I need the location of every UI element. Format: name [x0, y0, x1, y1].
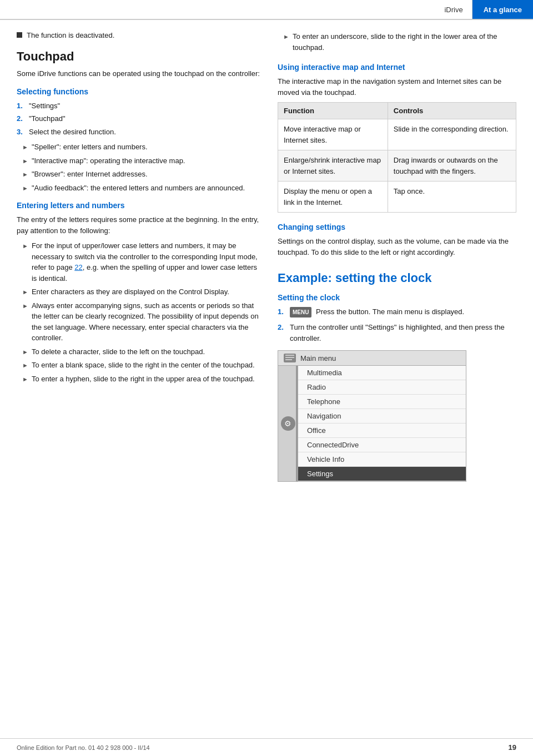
- arrow-item: ► To delete a character, slide to the le…: [17, 346, 261, 357]
- arrow-text: To enter a blank space, slide to the rig…: [32, 360, 261, 371]
- step-number: 1.: [278, 306, 286, 317]
- table-cell: Tap once.: [388, 182, 516, 213]
- bracket: [296, 366, 298, 481]
- list-item: 2. "Touchpad": [17, 113, 261, 124]
- menu-item-telephone: Telephone: [298, 395, 466, 409]
- page-number: 19: [509, 743, 516, 752]
- main-content: The function is deactivated. Touchpad So…: [0, 20, 533, 504]
- selecting-functions-title: Selecting functions: [17, 87, 261, 96]
- right-arrow-item: ► To enter an underscore, slide to the r…: [278, 31, 516, 53]
- list-item: 3. Select the desired function.: [17, 127, 261, 138]
- table-row: Display the menu or open a link in the I…: [278, 182, 516, 213]
- touchpad-intro: Some iDrive functions can be operated us…: [17, 68, 261, 79]
- footer-edition-text: Online Edition for Part no. 01 40 2 928 …: [17, 744, 150, 751]
- arrow-item: ► To enter a blank space, slide to the r…: [17, 360, 261, 371]
- step-content: MENU Press the button. The main menu is …: [290, 306, 516, 317]
- steps-list: 1. "Settings" 2. "Touchpad" 3. Select th…: [17, 100, 261, 138]
- deactivated-text: The function is deactivated.: [27, 31, 114, 39]
- gear-icon: ⚙: [281, 416, 295, 431]
- table-header-controls: Controls: [388, 103, 516, 119]
- arrow-item: ► "Interactive map": operating the inter…: [17, 155, 261, 167]
- step-num: 2.: [17, 113, 26, 124]
- arrow-item: ► "Browser": enter Internet addresses.: [17, 169, 261, 180]
- menu-body: ⚙ Multimedia Radio Telephone Navigation …: [278, 366, 466, 481]
- table-row: Enlarge/shrink interactive map or Intern…: [278, 150, 516, 182]
- arrow-item: ► For the input of upper/lower case lett…: [17, 240, 261, 284]
- arrow-icon: ►: [22, 184, 28, 193]
- arrow-item: ► "Speller": enter letters and numbers.: [17, 142, 261, 153]
- menu-icon: [284, 354, 296, 362]
- arrow-icon: ►: [283, 32, 289, 42]
- list-item: 1. "Settings": [17, 100, 261, 112]
- entering-letters-intro: The entry of the letters requires some p…: [17, 214, 261, 236]
- arrow-text: For the input of upper/lower case letter…: [32, 240, 261, 284]
- arrow-icon: ►: [22, 241, 28, 251]
- step-text: "Touchpad": [29, 113, 66, 124]
- menu-item-vehicleinfo: Vehicle Info: [298, 452, 466, 467]
- right-column: ► To enter an underscore, slide to the r…: [278, 31, 516, 482]
- changing-settings-text: Settings on the control display, such as…: [278, 236, 516, 258]
- arrow-icon: ►: [22, 347, 28, 357]
- menu-title: Main menu: [300, 354, 336, 362]
- svg-rect-2: [285, 359, 292, 360]
- clock-step-2: 2. Turn the controller until "Settings" …: [278, 322, 516, 344]
- table-header-function: Function: [278, 103, 388, 119]
- gear-sidebar: ⚙: [278, 366, 298, 481]
- page-footer: Online Edition for Part no. 01 40 2 928 …: [0, 738, 533, 756]
- deactivated-line: The function is deactivated.: [17, 31, 261, 39]
- arrow-text: To enter a hyphen, slide to the right in…: [32, 374, 261, 385]
- interactive-map-table: Function Controls Move interactive map o…: [278, 102, 516, 213]
- table-cell: Enlarge/shrink interactive map or Intern…: [278, 150, 388, 182]
- svg-rect-1: [285, 357, 294, 358]
- arrow-text: "Interactive map": operating the interac…: [32, 155, 261, 167]
- arrow-item: ► Enter characters as they are displayed…: [17, 286, 261, 298]
- arrow-icon: ►: [22, 143, 28, 152]
- menu-header-bar: Main menu: [278, 351, 466, 366]
- arrow-icon: ►: [22, 301, 28, 311]
- left-column: The function is deactivated. Touchpad So…: [17, 31, 261, 482]
- entering-letters-title: Entering letters and numbers: [17, 201, 261, 210]
- table-cell: Drag inwards or outwards on the touchpad…: [388, 150, 516, 182]
- arrow-text: "Audio feedback": the entered letters an…: [32, 183, 261, 194]
- arrow-text: To delete a character, slide to the left…: [32, 346, 261, 357]
- menu-item-settings: Settings: [298, 467, 466, 481]
- step-content: Turn the controller until "Settings" is …: [290, 322, 516, 344]
- arrow-text: Enter characters as they are displayed o…: [32, 286, 261, 298]
- menu-badge: MENU: [290, 307, 311, 317]
- arrow-text: "Browser": enter Internet addresses.: [32, 169, 261, 180]
- svg-rect-0: [285, 355, 294, 356]
- header-ataglance-label: At a glance: [472, 0, 533, 19]
- arrow-icon: ►: [22, 375, 28, 384]
- example-title: Example: setting the clock: [278, 271, 516, 285]
- bullet-square-icon: [17, 32, 22, 38]
- menu-items-container: Multimedia Radio Telephone Navigation Of…: [298, 366, 466, 481]
- arrow-icon: ►: [22, 288, 28, 297]
- step-num: 3.: [17, 127, 26, 138]
- step-text: "Settings": [29, 100, 60, 112]
- arrow-text: To enter an underscore, slide to the rig…: [293, 31, 516, 53]
- changing-settings-title: Changing settings: [278, 223, 516, 231]
- sub-bullets-container: ► "Speller": enter letters and numbers. …: [17, 142, 261, 193]
- header-idrive-label: iDrive: [435, 0, 472, 19]
- arrow-item: ► Always enter accompanying signs, such …: [17, 300, 261, 344]
- arrow-item: ► "Audio feedback": the entered letters …: [17, 183, 261, 194]
- arrow-item: ► To enter a hyphen, slide to the right …: [17, 374, 261, 385]
- step-text: Select the desired function.: [29, 127, 116, 138]
- arrow-icon: ►: [22, 170, 28, 179]
- setting-clock-title: Setting the clock: [278, 293, 516, 302]
- entering-bullets-container: ► For the input of upper/lower case lett…: [17, 240, 261, 384]
- menu-item-multimedia: Multimedia: [298, 366, 466, 380]
- clock-step-1: 1. MENU Press the button. The main menu …: [278, 306, 516, 317]
- table-cell: Move interactive map or Internet sites.: [278, 119, 388, 150]
- using-interactive-title: Using interactive map and Internet: [278, 63, 516, 72]
- touchpad-title: Touchpad: [17, 49, 261, 64]
- menu-item-office: Office: [298, 424, 466, 438]
- menu-screenshot: Main menu ⚙ Multimedia Radio Telephone N…: [278, 350, 466, 482]
- arrow-icon: ►: [22, 157, 28, 166]
- step-num: 1.: [17, 100, 26, 112]
- arrow-icon: ►: [22, 361, 28, 370]
- menu-item-connecteddrive: ConnectedDrive: [298, 438, 466, 452]
- table-cell: Display the menu or open a link in the I…: [278, 182, 388, 213]
- step-number: 2.: [278, 322, 286, 344]
- arrow-text: "Speller": enter letters and numbers.: [32, 142, 261, 153]
